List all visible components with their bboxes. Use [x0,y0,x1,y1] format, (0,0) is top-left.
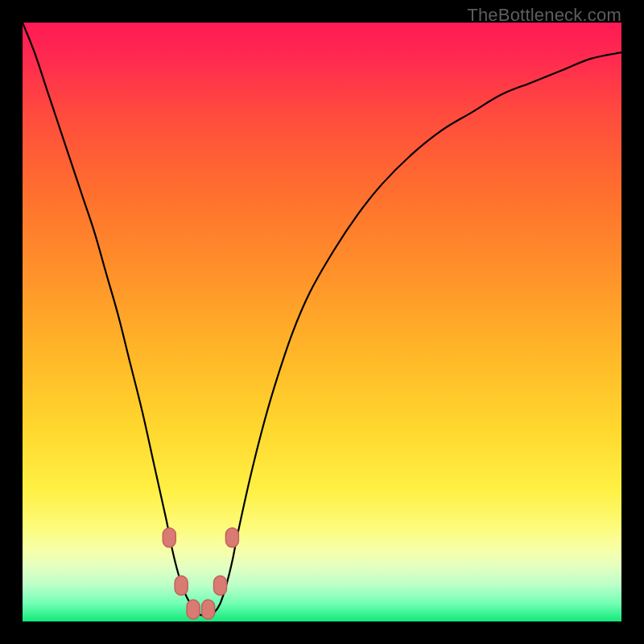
curve-marker [202,600,215,619]
watermark-text: TheBottleneck.com [467,5,621,26]
curve-marker [175,576,188,595]
curve-marker [225,528,238,547]
chart-frame: TheBottleneck.com [0,0,644,644]
bottleneck-curve [23,23,621,621]
plot-area [23,23,621,621]
curve-marker [163,528,175,547]
curve-marker [214,576,227,595]
curve-marker [187,600,200,619]
